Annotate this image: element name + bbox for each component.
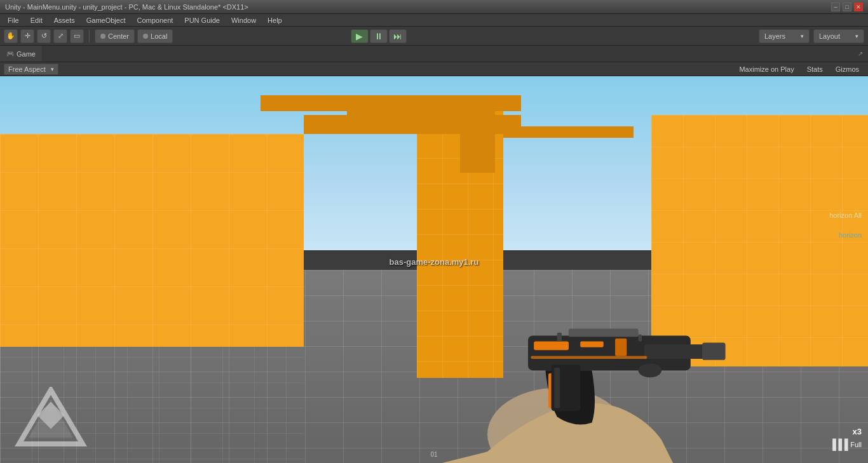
menu-assets[interactable]: Assets [49, 15, 80, 25]
center-pivot-dot [100, 34, 105, 39]
toolbar-sep-1 [89, 30, 90, 43]
game-tab[interactable]: 🎮 Game [0, 46, 43, 62]
gun-weapon [391, 231, 782, 463]
unity-logo [13, 387, 89, 450]
menu-pun-guide[interactable]: PUN Guide [179, 15, 225, 25]
step-button[interactable]: ⏭ [389, 29, 407, 43]
svg-point-16 [638, 363, 661, 377]
bottom-right-ui: x3 ▐▐▐ Full [829, 427, 862, 450]
svg-rect-14 [702, 342, 726, 359]
x3-badge: x3 [853, 427, 862, 436]
game-scene: bas-game-zona.my1.ru horizon All horizon… [0, 76, 868, 463]
svg-rect-10 [557, 332, 561, 341]
maximize-panel-icon[interactable]: ↗ [858, 50, 863, 57]
aspect-ratio-label: Free Aspect [8, 65, 46, 73]
maximize-on-play-button[interactable]: Maximize on Play [734, 64, 799, 75]
menu-help[interactable]: Help [262, 15, 287, 25]
menu-window[interactable]: Window [226, 15, 261, 25]
layers-label: Layers [764, 32, 785, 40]
layers-dropdown[interactable]: Layers [759, 29, 810, 43]
toolbar: ✋ ✛ ↺ ⤢ ▭ Center Local ▶ ⏸ ⏭ Layers Layo… [0, 27, 868, 46]
game-controls-bar: Free Aspect Maximize on Play Stats Gizmo… [0, 62, 868, 76]
full-label: Full [850, 441, 862, 448]
wall-left [0, 134, 304, 347]
game-tab-label: Game [17, 50, 36, 58]
beam-vertical-1 [460, 95, 495, 173]
layout-label: Layout [819, 32, 840, 40]
beam-horizontal-2 [347, 107, 477, 119]
maximize-button[interactable]: □ [843, 3, 851, 11]
gizmos-button[interactable]: Gizmos [831, 64, 864, 75]
minimize-button[interactable]: – [831, 3, 840, 11]
menu-gameobject[interactable]: GameObject [81, 15, 131, 25]
rect-tool-button[interactable]: ▭ [70, 29, 84, 43]
titlebar-title: Unity - MainMenu.unity - unity_project -… [5, 3, 248, 11]
center-pivot-toggle[interactable]: Center [95, 29, 135, 43]
local-global-dot [143, 34, 148, 39]
svg-rect-13 [554, 367, 560, 408]
center-pivot-label: Center [108, 32, 129, 40]
menu-edit[interactable]: Edit [25, 15, 48, 25]
local-global-label: Local [151, 32, 167, 40]
game-panel: 🎮 Game ↗ [0, 46, 868, 62]
layout-dropdown[interactable]: Layout [813, 29, 864, 43]
play-button[interactable]: ▶ [351, 29, 369, 43]
close-button[interactable]: ✕ [854, 3, 863, 11]
hand-tool-button[interactable]: ✋ [4, 29, 18, 43]
svg-rect-15 [569, 328, 639, 337]
stats-button[interactable]: Stats [802, 64, 828, 75]
playback-controls: ▶ ⏸ ⏭ [351, 29, 407, 43]
game-controls-right: Maximize on Play Stats Gizmos [734, 64, 864, 75]
svg-rect-7 [580, 341, 604, 347]
rotate-tool-button[interactable]: ↺ [37, 29, 51, 43]
svg-rect-6 [534, 341, 569, 350]
titlebar-controls: – □ ✕ [831, 3, 863, 11]
pause-button[interactable]: ⏸ [370, 29, 388, 43]
horizon-all-label: horizon All [829, 211, 862, 219]
beam-horizontal-4 [503, 126, 634, 138]
aspect-ratio-dropdown[interactable]: Free Aspect [4, 64, 58, 75]
svg-rect-17 [531, 356, 647, 359]
scale-tool-button[interactable]: ⤢ [53, 29, 67, 43]
wall-left-grid [0, 134, 304, 347]
titlebar: Unity - MainMenu.unity - unity_project -… [0, 0, 868, 14]
menu-component[interactable]: Component [132, 15, 178, 25]
menubar: File Edit Assets GameObject Component PU… [0, 14, 868, 27]
game-tab-icon: 🎮 [6, 50, 14, 57]
svg-rect-11 [638, 334, 641, 341]
menu-file[interactable]: File [3, 15, 24, 25]
svg-rect-8 [615, 339, 627, 356]
bars-icon: ▐▐▐ [829, 439, 846, 450]
horizon-label: horizon [839, 231, 862, 239]
local-global-toggle[interactable]: Local [137, 29, 173, 43]
move-tool-button[interactable]: ✛ [20, 29, 34, 43]
game-viewport[interactable]: bas-game-zona.my1.ru horizon All horizon… [0, 76, 868, 463]
toolbar-right: Layers Layout [759, 29, 864, 43]
